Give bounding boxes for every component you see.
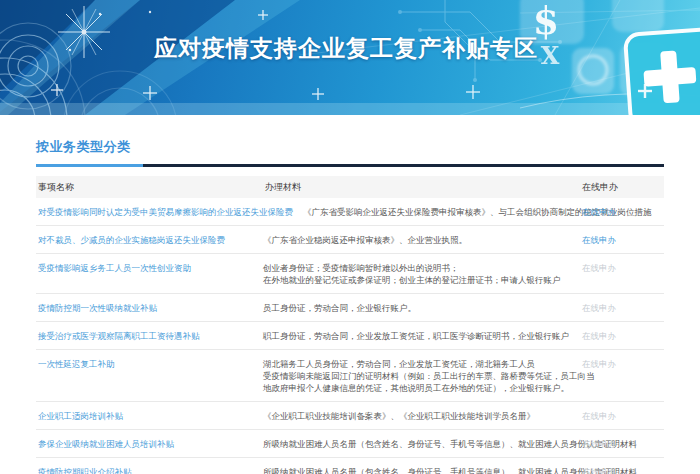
table-row: 企业职工适岗培训补贴《企业职工职业技能培训备案表》、《企业职工职业技能培训学员名… — [36, 402, 664, 430]
table-row: 接受治疗或医学观察隔离职工工资待遇补贴职工身份证，劳动合同，企业发放工资凭证，职… — [36, 322, 664, 350]
table-row: 对不裁员、少减员的企业实施稳岗返还失业保险费《广东省企业稳岗返还申报审核表》、企… — [36, 226, 664, 254]
online-apply-link: 在线申办 — [582, 358, 616, 370]
subsidy-name-link[interactable]: 参保企业吸纳就业困难人员培训补贴 — [36, 438, 263, 450]
subsidy-name-link[interactable]: 受疫情影响返乡务工人员一次性创业资助 — [36, 262, 263, 274]
online-apply-link: 在线申办 — [582, 410, 616, 422]
online-apply-link: 在线申办 — [582, 302, 616, 314]
subsidy-name-link[interactable]: 疫情防控期职业介绍补贴 — [36, 466, 263, 474]
online-apply-link[interactable]: 在线申办 — [582, 206, 616, 218]
medical-cross-icon — [625, 28, 700, 115]
table-body: 对受疫情影响同时认定为受中美贸易摩擦影响的企业返还失业保险费《广东省受影响企业返… — [36, 198, 664, 474]
table-header-row: 事项名称 办理材料 在线申办 — [36, 176, 664, 198]
table-row: 参保企业吸纳就业困难人员培训补贴所吸纳就业困难人员名册（包含姓名、身份证号、手机… — [36, 430, 664, 458]
section-rule — [36, 164, 664, 167]
header-item-name: 事项名称 — [36, 181, 265, 194]
online-apply-link[interactable]: 在线申办 — [582, 234, 616, 246]
online-apply-link: 在线申办 — [582, 262, 616, 274]
subsidy-name-link[interactable]: 对受疫情影响同时认定为受中美贸易摩擦影响的企业返还失业保险费 — [36, 206, 303, 218]
subsidy-table: 事项名称 办理材料 在线申办 对受疫情影响同时认定为受中美贸易摩擦影响的企业返还… — [36, 176, 664, 474]
banner-title: 应对疫情支持企业复工复产补贴专区 — [154, 33, 538, 64]
subsidy-name-link[interactable]: 对不裁员、少减员的企业实施稳岗返还失业保险费 — [36, 234, 263, 246]
subsidy-name-link[interactable]: 疫情防控期一次性吸纳就业补贴 — [36, 302, 263, 314]
table-row: 对受疫情影响同时认定为受中美贸易摩擦影响的企业返还失业保险费《广东省受影响企业返… — [36, 198, 664, 226]
decor-letter: X — [541, 41, 560, 70]
subsidy-name-link[interactable]: 企业职工适岗培训补贴 — [36, 410, 263, 422]
main-content: 按业务类型分类 事项名称 办理材料 在线申办 对受疫情影响同时认定为受中美贸易摩… — [0, 138, 700, 474]
header-online-apply: 在线申办 — [582, 181, 618, 194]
section-rule-accent — [36, 164, 143, 167]
table-row: 一次性延迟复工补助湖北籍务工人员身份证，劳动合同，企业发放工资凭证，湖北籍务工人… — [36, 350, 664, 402]
subsidy-name-link[interactable]: 接受治疗或医学观察隔离职工工资待遇补贴 — [36, 330, 263, 342]
banner: $ X 应对疫情支持企业复工复产补贴专区 — [0, 0, 700, 115]
table-row: 疫情防控期职业介绍补贴所吸纳就业困难人员名册（包含姓名、身份证号、手机号等信息）… — [36, 458, 664, 474]
online-apply-link: 在线申办 — [582, 438, 616, 450]
table-row: 疫情防控期一次性吸纳就业补贴员工身份证，劳动合同，企业银行账户。在线申办 — [36, 294, 664, 322]
subsidy-name-link[interactable]: 一次性延迟复工补助 — [36, 358, 263, 370]
online-apply-link: 在线申办 — [582, 330, 616, 342]
bottom-glow — [0, 103, 700, 115]
online-apply-link: 在线申办 — [582, 466, 616, 474]
table-row: 受疫情影响返乡务工人员一次性创业资助创业者身份证；受疫情影响暂时难以外出的说明书… — [36, 254, 664, 294]
section-title: 按业务类型分类 — [36, 138, 664, 156]
